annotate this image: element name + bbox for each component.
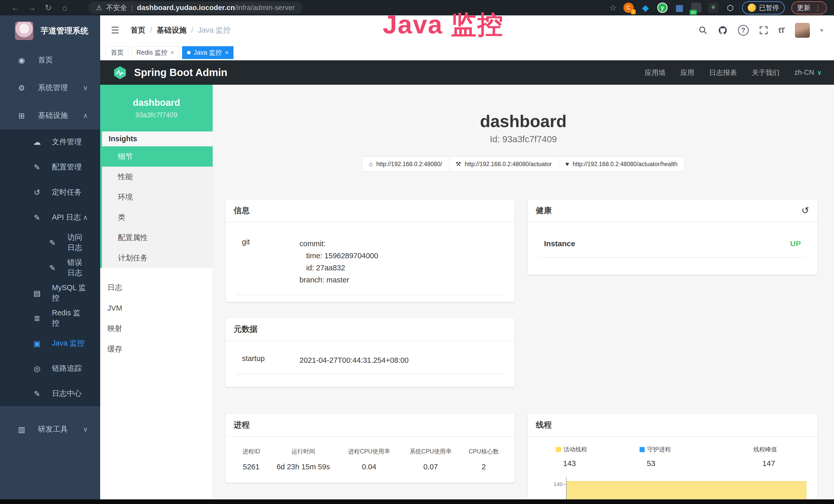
extension-on-icon[interactable]: on	[691, 3, 701, 13]
endpoint-health-link[interactable]: ♥ http://192.168.0.2:48080/actuator/heal…	[558, 157, 684, 171]
sidebar-item-file-mgmt[interactable]: ☁ 文件管理	[0, 130, 100, 155]
url-domain: dashboard.yudao.iocoder.cn	[137, 4, 235, 12]
sba-nav-journal[interactable]: 日志报表	[709, 68, 737, 77]
log-icon: ✎	[31, 389, 43, 398]
annotation-java-monitor: Java 监控	[383, 8, 504, 42]
locale-label: zh-CN	[794, 69, 814, 76]
sba-item-scheduled-tasks[interactable]: 计划任务	[102, 248, 213, 268]
process-table-header: 进程ID 运行时间 进程CPU使用率 系统CPU使用率 CPU核心数	[234, 443, 506, 458]
sidebar-item-label: 研发工具	[38, 424, 68, 434]
sba-item-loggers[interactable]: 日志	[100, 277, 213, 298]
sba-brand[interactable]: Spring Boot Admin	[134, 67, 227, 78]
sba-item-jvm[interactable]: JVM	[100, 298, 213, 318]
endpoint-url: http://192.168.0.2:48080/actuator	[465, 161, 552, 168]
close-icon[interactable]: ×	[225, 49, 228, 56]
sidebar-item-label: 定时任务	[52, 187, 82, 198]
app-logo-row[interactable]: 芋道管理系统	[0, 16, 100, 46]
address-bar[interactable]: ⚠ 不安全 | dashboard.yudao.iocoder.cn/infra…	[88, 2, 303, 14]
extension-y-icon[interactable]: y	[657, 3, 667, 13]
sidebar-item-java-monitor[interactable]: ▣ Java 监控	[0, 331, 100, 356]
sidebar-item-access-log[interactable]: ✎ 访问日志	[0, 230, 100, 255]
monitor-icon: ▣	[31, 339, 43, 348]
help-icon[interactable]: ?	[738, 25, 749, 36]
sidebar-item-system[interactable]: ⚙ 系统管理 ∨	[0, 74, 100, 102]
sidebar-item-home[interactable]: ◉ 首页	[0, 46, 100, 74]
cpu-cores-value: 2	[461, 458, 506, 476]
daemon-threads-value: 53	[640, 459, 723, 468]
sba-nav-wallboard[interactable]: 应用墙	[645, 68, 665, 77]
emoji-avatar	[748, 4, 756, 12]
sba-instance-header[interactable]: dashboard 93a3fc7f7409	[100, 85, 213, 132]
process-table-row: 5261 6d 23h 15m 59s 0.04 0.07 2	[234, 458, 506, 476]
blue-swatch-icon	[640, 447, 645, 452]
sidebar-item-dev-tools[interactable]: ▥ 研发工具 ∨	[0, 415, 100, 443]
sidebar-item-label: Java 监控	[52, 338, 85, 348]
extension-leaf-icon[interactable]: ⚘	[708, 3, 719, 13]
browser-reload-button[interactable]: ↻	[40, 3, 57, 13]
sba-item-environment[interactable]: 环境	[102, 187, 213, 207]
sba-nav-applications[interactable]: 应用	[680, 68, 694, 77]
browser-forward-button[interactable]: →	[24, 3, 40, 13]
legend-label: 活动线程	[564, 445, 587, 453]
font-size-icon[interactable]: tT	[778, 26, 785, 35]
sba-item-details[interactable]: 细节	[102, 146, 213, 167]
bookmark-star-icon[interactable]: ☆	[609, 3, 617, 13]
bottom-screen-edge	[0, 499, 834, 504]
browser-menu-icon[interactable]: ⋮	[814, 4, 821, 12]
extension-grid-icon[interactable]: ▦	[674, 3, 684, 13]
sba-nav-about[interactable]: 关于我们	[752, 68, 780, 77]
breadcrumb-separator: /	[191, 26, 193, 35]
tab-java-monitor[interactable]: Java 监控 ×	[182, 46, 234, 59]
info-card-title: 信息	[225, 199, 515, 222]
sba-content: dashboard Id: 93a3fc7f7409 ⌂ http://192.…	[213, 85, 834, 499]
sidebar-item-redis-monitor[interactable]: ≣ Redis 监控	[0, 305, 100, 331]
app-title: 芋道管理系统	[41, 25, 88, 36]
history-icon[interactable]: ↺	[802, 205, 809, 216]
health-instance-row[interactable]: Instance UP	[538, 229, 807, 257]
sidebar-item-scheduled-jobs[interactable]: ↺ 定时任务	[0, 180, 100, 205]
update-button[interactable]: 更新 ⋮	[791, 1, 827, 15]
sba-item-config-props[interactable]: 配置属性	[102, 228, 213, 248]
sba-item-mappings[interactable]: 映射	[100, 318, 213, 339]
instance-id: 93a3fc7f7409	[135, 111, 177, 119]
github-icon[interactable]	[718, 25, 728, 35]
sidebar-item-api-log[interactable]: ✎ API 日志 ∧	[0, 205, 100, 230]
browser-back-button[interactable]: ←	[7, 3, 24, 13]
sba-item-caches[interactable]: 缓存	[100, 339, 213, 360]
extension-icon-orange[interactable]: C1	[623, 3, 634, 13]
tab-home[interactable]: 首页	[106, 46, 128, 59]
extension-pin-icon[interactable]: ◆	[640, 3, 651, 13]
tab-redis-monitor[interactable]: Redis 监控 ×	[132, 46, 179, 59]
security-label[interactable]: 不安全	[106, 3, 127, 12]
endpoint-root-link[interactable]: ⌂ http://192.168.0.2:48080/	[362, 157, 449, 171]
sidebar-item-error-log[interactable]: ✎ 错误日志	[0, 255, 100, 280]
sidebar-item-config-mgmt[interactable]: ✎ 配置管理	[0, 155, 100, 180]
search-icon[interactable]	[698, 26, 708, 35]
browser-home-button[interactable]: ⌂	[57, 3, 73, 13]
sba-insights-group: Insights 细节 性能 环境 类 配置属性 计划任务	[100, 132, 213, 268]
endpoint-actuator-link[interactable]: ⚒ http://192.168.0.2:48080/actuator	[449, 157, 559, 171]
sidebar-item-tracing[interactable]: ◎ 链路追踪	[0, 356, 100, 381]
sidebar-item-label: 文件管理	[52, 137, 82, 147]
toolbox-icon: ▥	[16, 425, 27, 434]
page-subtitle: Id: 93a3fc7f7409	[213, 134, 834, 144]
sidebar-item-log-center[interactable]: ✎ 日志中心	[0, 381, 100, 406]
hamburger-icon[interactable]: ☰	[111, 25, 119, 36]
breadcrumb-home[interactable]: 首页	[130, 25, 146, 36]
tab-label: Java 监控	[194, 48, 222, 57]
sba-item-classes[interactable]: 类	[102, 207, 213, 228]
git-commit-label: commit:	[300, 238, 378, 250]
profile-paused-chip[interactable]: 已暂停	[742, 1, 785, 15]
close-icon[interactable]: ×	[171, 49, 174, 56]
avatar-caret-icon[interactable]: ▾	[820, 27, 823, 34]
sidebar-item-mysql-monitor[interactable]: ▤ MySQL 监控	[0, 280, 100, 305]
sba-item-metrics[interactable]: 性能	[102, 167, 213, 187]
info-card: 信息 git commit: time: 1596289704000 id: 2…	[225, 199, 515, 302]
extensions-puzzle-icon[interactable]: ⬡	[725, 3, 736, 13]
user-avatar[interactable]	[795, 23, 810, 38]
breadcrumb-infra[interactable]: 基础设施	[157, 25, 186, 36]
sba-locale-select[interactable]: zh-CN ∨	[794, 69, 822, 76]
sidebar-item-infra[interactable]: ⊞ 基础设施 ∧	[0, 102, 100, 130]
legend-label: 守护进程	[647, 445, 671, 453]
fullscreen-icon[interactable]	[759, 26, 768, 35]
